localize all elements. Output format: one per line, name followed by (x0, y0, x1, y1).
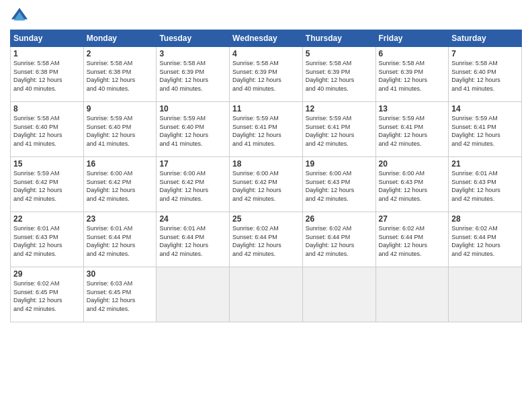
day-info: Sunrise: 6:02 AM Sunset: 6:44 PM Dayligh… (451, 224, 519, 258)
day-number: 19 (306, 159, 373, 169)
day-cell: 26Sunrise: 6:02 AM Sunset: 6:44 PM Dayli… (302, 212, 375, 267)
day-info: Sunrise: 6:03 AM Sunset: 6:45 PM Dayligh… (87, 279, 154, 313)
week-row-1: 1Sunrise: 5:58 AM Sunset: 6:38 PM Daylig… (11, 47, 522, 102)
week-row-3: 15Sunrise: 5:59 AM Sunset: 6:42 PM Dayli… (11, 157, 522, 212)
day-number: 2 (87, 49, 154, 58)
day-number: 16 (87, 159, 154, 169)
day-info: Sunrise: 6:02 AM Sunset: 6:44 PM Dayligh… (306, 224, 373, 258)
logo-icon (10, 7, 29, 26)
day-info: Sunrise: 6:02 AM Sunset: 6:45 PM Dayligh… (13, 279, 81, 313)
day-info: Sunrise: 6:02 AM Sunset: 6:44 PM Dayligh… (379, 224, 446, 258)
day-number: 11 (232, 104, 300, 113)
day-info: Sunrise: 5:58 AM Sunset: 6:38 PM Dayligh… (13, 59, 81, 93)
day-number: 30 (87, 269, 154, 279)
day-info: Sunrise: 5:58 AM Sunset: 6:40 PM Dayligh… (13, 114, 81, 148)
day-cell: 11Sunrise: 5:59 AM Sunset: 6:41 PM Dayli… (230, 102, 303, 157)
day-number: 24 (159, 214, 226, 224)
day-cell: 6Sunrise: 5:58 AM Sunset: 6:39 PM Daylig… (375, 47, 449, 102)
header-row: SundayMondayTuesdayWednesdayThursdayFrid… (11, 30, 522, 47)
day-cell: 3Sunrise: 5:58 AM Sunset: 6:39 PM Daylig… (157, 47, 230, 102)
day-cell: 16Sunrise: 6:00 AM Sunset: 6:42 PM Dayli… (83, 157, 157, 212)
day-cell (375, 267, 449, 322)
col-header-tuesday: Tuesday (157, 30, 230, 47)
day-cell: 18Sunrise: 6:00 AM Sunset: 6:42 PM Dayli… (230, 157, 303, 212)
col-header-monday: Monday (83, 30, 157, 47)
header (10, 7, 522, 26)
day-number: 3 (159, 49, 226, 58)
day-info: Sunrise: 5:58 AM Sunset: 6:39 PM Dayligh… (232, 59, 300, 93)
col-header-thursday: Thursday (302, 30, 375, 47)
col-header-sunday: Sunday (11, 30, 84, 47)
day-cell: 14Sunrise: 5:59 AM Sunset: 6:41 PM Dayli… (449, 102, 522, 157)
logo (10, 7, 30, 26)
day-cell: 20Sunrise: 6:00 AM Sunset: 6:43 PM Dayli… (375, 157, 449, 212)
day-number: 17 (159, 159, 226, 169)
day-cell: 8Sunrise: 5:58 AM Sunset: 6:40 PM Daylig… (11, 102, 84, 157)
day-number: 29 (13, 269, 81, 279)
day-cell: 28Sunrise: 6:02 AM Sunset: 6:44 PM Dayli… (449, 212, 522, 267)
week-row-5: 29Sunrise: 6:02 AM Sunset: 6:45 PM Dayli… (11, 267, 522, 322)
day-info: Sunrise: 6:00 AM Sunset: 6:43 PM Dayligh… (306, 169, 373, 203)
day-cell: 12Sunrise: 5:59 AM Sunset: 6:41 PM Dayli… (302, 102, 375, 157)
day-number: 6 (379, 49, 446, 58)
day-number: 13 (379, 104, 446, 113)
day-info: Sunrise: 5:58 AM Sunset: 6:40 PM Dayligh… (451, 59, 519, 93)
day-info: Sunrise: 6:01 AM Sunset: 6:44 PM Dayligh… (159, 224, 226, 258)
day-cell (449, 267, 522, 322)
day-number: 26 (306, 214, 373, 224)
day-number: 9 (87, 104, 154, 113)
day-info: Sunrise: 5:59 AM Sunset: 6:40 PM Dayligh… (87, 114, 154, 148)
day-info: Sunrise: 5:58 AM Sunset: 6:39 PM Dayligh… (159, 59, 226, 93)
day-cell: 22Sunrise: 6:01 AM Sunset: 6:43 PM Dayli… (11, 212, 84, 267)
day-info: Sunrise: 6:00 AM Sunset: 6:43 PM Dayligh… (379, 169, 446, 203)
day-info: Sunrise: 5:58 AM Sunset: 6:39 PM Dayligh… (306, 59, 373, 93)
day-cell: 21Sunrise: 6:01 AM Sunset: 6:43 PM Dayli… (449, 157, 522, 212)
day-info: Sunrise: 6:00 AM Sunset: 6:42 PM Dayligh… (159, 169, 226, 203)
day-cell: 13Sunrise: 5:59 AM Sunset: 6:41 PM Dayli… (375, 102, 449, 157)
col-header-friday: Friday (375, 30, 449, 47)
day-number: 4 (232, 49, 300, 58)
day-number: 27 (379, 214, 446, 224)
calendar-table: SundayMondayTuesdayWednesdayThursdayFrid… (10, 30, 522, 322)
day-cell: 2Sunrise: 5:58 AM Sunset: 6:38 PM Daylig… (83, 47, 157, 102)
day-info: Sunrise: 6:01 AM Sunset: 6:43 PM Dayligh… (451, 169, 519, 203)
day-number: 12 (306, 104, 373, 113)
day-info: Sunrise: 5:59 AM Sunset: 6:41 PM Dayligh… (451, 114, 519, 148)
day-number: 8 (13, 104, 81, 113)
day-cell: 23Sunrise: 6:01 AM Sunset: 6:44 PM Dayli… (83, 212, 157, 267)
day-cell (157, 267, 230, 322)
col-header-wednesday: Wednesday (230, 30, 303, 47)
day-cell: 29Sunrise: 6:02 AM Sunset: 6:45 PM Dayli… (11, 267, 84, 322)
day-cell: 25Sunrise: 6:02 AM Sunset: 6:44 PM Dayli… (230, 212, 303, 267)
day-info: Sunrise: 5:59 AM Sunset: 6:41 PM Dayligh… (232, 114, 300, 148)
day-number: 15 (13, 159, 81, 169)
day-number: 20 (379, 159, 446, 169)
day-cell: 30Sunrise: 6:03 AM Sunset: 6:45 PM Dayli… (83, 267, 157, 322)
day-info: Sunrise: 6:01 AM Sunset: 6:43 PM Dayligh… (13, 224, 81, 258)
day-cell: 27Sunrise: 6:02 AM Sunset: 6:44 PM Dayli… (375, 212, 449, 267)
day-info: Sunrise: 5:59 AM Sunset: 6:41 PM Dayligh… (306, 114, 373, 148)
day-number: 22 (13, 214, 81, 224)
day-info: Sunrise: 5:59 AM Sunset: 6:41 PM Dayligh… (379, 114, 446, 148)
day-number: 18 (232, 159, 300, 169)
day-info: Sunrise: 6:00 AM Sunset: 6:42 PM Dayligh… (232, 169, 300, 203)
day-number: 25 (232, 214, 300, 224)
day-info: Sunrise: 5:58 AM Sunset: 6:38 PM Dayligh… (87, 59, 154, 93)
day-cell: 24Sunrise: 6:01 AM Sunset: 6:44 PM Dayli… (157, 212, 230, 267)
day-number: 28 (451, 214, 519, 224)
day-cell: 19Sunrise: 6:00 AM Sunset: 6:43 PM Dayli… (302, 157, 375, 212)
day-cell (230, 267, 303, 322)
day-info: Sunrise: 6:01 AM Sunset: 6:44 PM Dayligh… (87, 224, 154, 258)
day-info: Sunrise: 5:59 AM Sunset: 6:40 PM Dayligh… (159, 114, 226, 148)
day-number: 23 (87, 214, 154, 224)
day-cell: 1Sunrise: 5:58 AM Sunset: 6:38 PM Daylig… (11, 47, 84, 102)
day-info: Sunrise: 6:00 AM Sunset: 6:42 PM Dayligh… (87, 169, 154, 203)
col-header-saturday: Saturday (449, 30, 522, 47)
day-cell: 17Sunrise: 6:00 AM Sunset: 6:42 PM Dayli… (157, 157, 230, 212)
day-number: 10 (159, 104, 226, 113)
week-row-2: 8Sunrise: 5:58 AM Sunset: 6:40 PM Daylig… (11, 102, 522, 157)
day-cell: 5Sunrise: 5:58 AM Sunset: 6:39 PM Daylig… (302, 47, 375, 102)
day-info: Sunrise: 5:58 AM Sunset: 6:39 PM Dayligh… (379, 59, 446, 93)
day-number: 14 (451, 104, 519, 113)
day-cell (302, 267, 375, 322)
